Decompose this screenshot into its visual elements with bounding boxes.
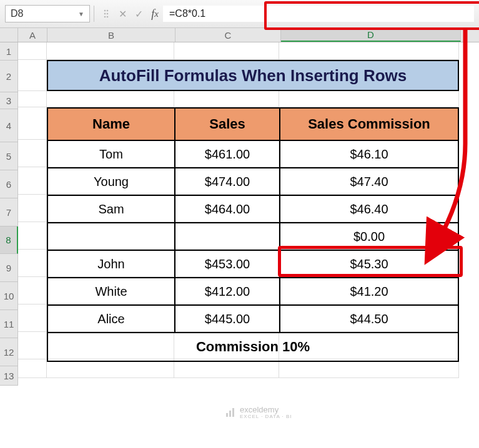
footer-text: Commission 10% (48, 333, 458, 361)
svg-point-5 (107, 16, 109, 18)
table-row: $0.00 (48, 223, 458, 251)
grid: 1 2 3 4 5 6 7 8 9 10 11 12 13 AutoFill F… (0, 42, 479, 386)
col-header-D[interactable]: D (281, 28, 461, 42)
watermark-sub: EXCEL · DATA · BI (240, 414, 292, 419)
svg-rect-7 (229, 411, 231, 417)
svg-rect-8 (232, 408, 234, 417)
row-header-13[interactable]: 13 (0, 366, 17, 386)
col-header-C[interactable]: C (175, 28, 281, 42)
svg-point-2 (104, 13, 106, 15)
svg-point-3 (107, 13, 109, 15)
cell-commission[interactable]: $44.50 (280, 306, 458, 333)
grip-icon (98, 6, 114, 22)
row-header-10[interactable]: 10 (0, 282, 17, 310)
cell-sales[interactable]: $474.00 (175, 168, 280, 196)
cell-sales[interactable]: $464.00 (175, 196, 280, 223)
data-table: Name Sales Sales Commission Tom $461.00 … (47, 107, 459, 362)
row-header-9[interactable]: 9 (0, 254, 17, 282)
row-header-2[interactable]: 2 (0, 61, 17, 92)
row-header-1[interactable]: 1 (0, 42, 17, 61)
cell-commission[interactable]: $46.10 (280, 141, 458, 168)
cell-commission[interactable]: $46.40 (280, 196, 458, 223)
cell-name[interactable]: Sam (48, 196, 175, 223)
fx-icon[interactable]: fx (147, 6, 163, 22)
table-header-row: Name Sales Sales Commission (48, 109, 458, 141)
table-row: White $412.00 $41.20 (48, 278, 458, 306)
formula-bar: D8 ▼ ✕ ✓ fx =C8*0.1 (0, 0, 479, 28)
cell-commission-active[interactable]: $0.00 (280, 223, 458, 251)
column-headers: A B C D (0, 28, 479, 42)
col-header-B[interactable]: B (47, 28, 175, 42)
name-box-value: D8 (11, 8, 23, 19)
svg-rect-6 (226, 413, 228, 417)
cell-commission[interactable]: $47.40 (280, 168, 458, 196)
separator (94, 6, 94, 22)
watermark-text: exceldemy EXCEL · DATA · BI (240, 406, 292, 419)
cell-name[interactable]: Tom (48, 141, 175, 168)
formula-input[interactable]: =C8*0.1 (163, 6, 474, 22)
row-header-5[interactable]: 5 (0, 142, 17, 170)
svg-point-0 (104, 10, 106, 12)
cells-area[interactable]: AutoFill Formulas When Inserting Rows Na… (18, 42, 479, 386)
formula-text: =C8*0.1 (169, 8, 205, 19)
cell-sales[interactable]: $445.00 (175, 306, 280, 333)
row-header-12[interactable]: 12 (0, 338, 17, 366)
chevron-down-icon: ▼ (78, 11, 84, 17)
row-header-7[interactable]: 7 (0, 198, 17, 226)
cell-sales[interactable]: $461.00 (175, 141, 280, 168)
svg-point-1 (107, 10, 109, 12)
table-row: Sam $464.00 $46.40 (48, 196, 458, 223)
watermark-brand: exceldemy (240, 406, 292, 414)
table-footer-row: Commission 10% (48, 333, 458, 361)
check-icon[interactable]: ✓ (131, 6, 147, 22)
row-header-8[interactable]: 8 (0, 226, 18, 254)
row-header-6[interactable]: 6 (0, 170, 17, 198)
cell-sales[interactable]: $453.00 (175, 251, 280, 278)
watermark: exceldemy EXCEL · DATA · BI (225, 406, 292, 419)
row-header-11[interactable]: 11 (0, 310, 17, 338)
table-row: Young $474.00 $47.40 (48, 168, 458, 196)
cell-name[interactable] (48, 223, 175, 251)
cell-name[interactable]: Young (48, 168, 175, 196)
row-headers: 1 2 3 4 5 6 7 8 9 10 11 12 13 (0, 42, 18, 386)
cell-name[interactable]: White (48, 278, 175, 306)
row-header-4[interactable]: 4 (0, 109, 17, 142)
col-header-A[interactable]: A (18, 28, 47, 42)
cell-name[interactable]: John (48, 251, 175, 278)
cell-commission[interactable]: $45.30 (280, 251, 458, 278)
row-header-3[interactable]: 3 (0, 92, 17, 109)
page-title: AutoFill Formulas When Inserting Rows (47, 60, 459, 91)
svg-point-4 (104, 16, 106, 18)
table-row: Alice $445.00 $44.50 (48, 306, 458, 333)
cell-commission[interactable]: $41.20 (280, 278, 458, 306)
cancel-icon[interactable]: ✕ (114, 6, 131, 22)
table-row: Tom $461.00 $46.10 (48, 141, 458, 168)
select-all-button[interactable] (0, 28, 18, 42)
cell-sales[interactable]: $412.00 (175, 278, 280, 306)
name-box[interactable]: D8 ▼ (5, 5, 90, 22)
header-name: Name (48, 109, 175, 141)
cell-sales[interactable] (175, 223, 280, 251)
table-row: John $453.00 $45.30 (48, 251, 458, 278)
chart-icon (225, 407, 236, 418)
cell-name[interactable]: Alice (48, 306, 175, 333)
header-commission: Sales Commission (280, 109, 458, 141)
header-sales: Sales (175, 109, 280, 141)
